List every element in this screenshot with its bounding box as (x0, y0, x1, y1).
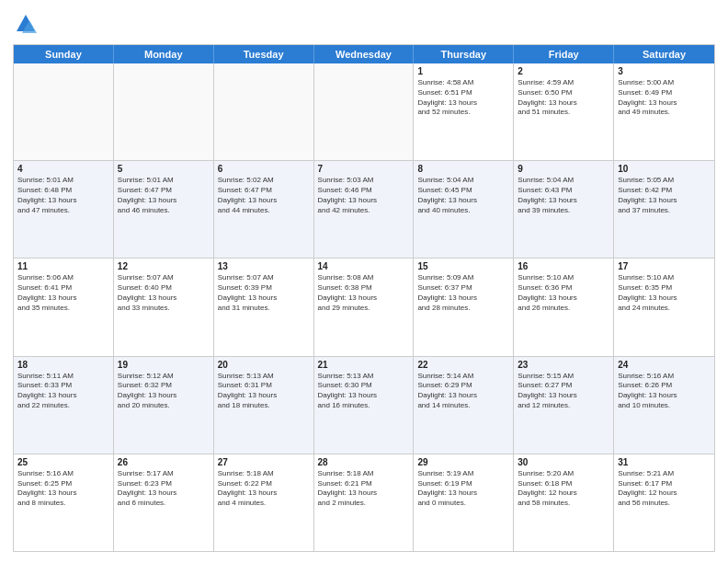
day-number: 27 (218, 457, 310, 467)
logo-icon (13, 11, 39, 37)
header-day-friday: Friday (514, 45, 614, 63)
day-cell-4: 4Sunrise: 5:01 AM Sunset: 6:48 PM Daylig… (14, 161, 114, 258)
day-cell-12: 12Sunrise: 5:07 AM Sunset: 6:40 PM Dayli… (114, 259, 214, 355)
day-number: 5 (118, 164, 210, 174)
day-cell-25: 25Sunrise: 5:16 AM Sunset: 6:25 PM Dayli… (14, 454, 114, 551)
day-cell-7: 7Sunrise: 5:03 AM Sunset: 6:46 PM Daylig… (314, 161, 415, 258)
day-info: Sunrise: 4:58 AM Sunset: 6:51 PM Dayligh… (417, 78, 509, 118)
day-cell-14: 14Sunrise: 5:08 AM Sunset: 6:38 PM Dayli… (314, 259, 415, 355)
day-info: Sunrise: 5:08 AM Sunset: 6:38 PM Dayligh… (318, 273, 410, 313)
calendar-header: SundayMondayTuesdayWednesdayThursdayFrid… (14, 45, 714, 63)
calendar-row-0: 1Sunrise: 4:58 AM Sunset: 6:51 PM Daylig… (14, 63, 714, 161)
day-number: 8 (417, 164, 509, 174)
day-cell-24: 24Sunrise: 5:16 AM Sunset: 6:26 PM Dayli… (614, 357, 714, 454)
day-info: Sunrise: 5:13 AM Sunset: 6:30 PM Dayligh… (318, 372, 410, 411)
day-number: 15 (417, 261, 509, 271)
day-info: Sunrise: 5:10 AM Sunset: 6:35 PM Dayligh… (618, 273, 711, 313)
day-cell-18: 18Sunrise: 5:11 AM Sunset: 6:33 PM Dayli… (14, 357, 114, 454)
day-info: Sunrise: 5:07 AM Sunset: 6:39 PM Dayligh… (218, 273, 310, 313)
header-day-saturday: Saturday (614, 45, 714, 63)
day-cell-3: 3Sunrise: 5:00 AM Sunset: 6:49 PM Daylig… (614, 63, 714, 160)
day-number: 19 (118, 360, 210, 370)
day-info: Sunrise: 5:16 AM Sunset: 6:26 PM Dayligh… (618, 372, 711, 411)
day-info: Sunrise: 5:10 AM Sunset: 6:36 PM Dayligh… (518, 273, 609, 313)
day-info: Sunrise: 5:12 AM Sunset: 6:32 PM Dayligh… (118, 372, 210, 411)
day-cell-10: 10Sunrise: 5:05 AM Sunset: 6:42 PM Dayli… (614, 161, 714, 258)
day-cell-21: 21Sunrise: 5:13 AM Sunset: 6:30 PM Dayli… (314, 357, 415, 454)
day-number: 12 (118, 261, 210, 271)
day-number: 29 (417, 457, 509, 467)
day-cell-2: 2Sunrise: 4:59 AM Sunset: 6:50 PM Daylig… (514, 63, 614, 160)
day-number: 1 (417, 66, 509, 76)
day-number: 14 (318, 261, 410, 271)
empty-cell (314, 63, 415, 160)
logo (13, 11, 42, 37)
day-number: 22 (417, 360, 509, 370)
day-number: 17 (618, 261, 711, 271)
calendar-row-3: 18Sunrise: 5:11 AM Sunset: 6:33 PM Dayli… (14, 357, 714, 454)
day-cell-28: 28Sunrise: 5:18 AM Sunset: 6:21 PM Dayli… (314, 454, 415, 551)
day-cell-22: 22Sunrise: 5:14 AM Sunset: 6:29 PM Dayli… (414, 357, 514, 454)
day-info: Sunrise: 5:04 AM Sunset: 6:43 PM Dayligh… (518, 176, 609, 215)
day-cell-8: 8Sunrise: 5:04 AM Sunset: 6:45 PM Daylig… (414, 161, 514, 258)
day-info: Sunrise: 5:07 AM Sunset: 6:40 PM Dayligh… (118, 273, 210, 313)
header-day-wednesday: Wednesday (314, 45, 415, 63)
day-info: Sunrise: 5:02 AM Sunset: 6:47 PM Dayligh… (218, 176, 310, 215)
day-info: Sunrise: 5:05 AM Sunset: 6:42 PM Dayligh… (618, 176, 711, 215)
header-day-thursday: Thursday (414, 45, 514, 63)
day-info: Sunrise: 5:04 AM Sunset: 6:45 PM Dayligh… (417, 176, 509, 215)
day-info: Sunrise: 5:09 AM Sunset: 6:37 PM Dayligh… (417, 273, 509, 313)
day-cell-27: 27Sunrise: 5:18 AM Sunset: 6:22 PM Dayli… (214, 454, 314, 551)
day-number: 20 (218, 360, 310, 370)
day-cell-13: 13Sunrise: 5:07 AM Sunset: 6:39 PM Dayli… (214, 259, 314, 355)
day-info: Sunrise: 5:06 AM Sunset: 6:41 PM Dayligh… (17, 273, 109, 313)
day-info: Sunrise: 4:59 AM Sunset: 6:50 PM Dayligh… (518, 78, 609, 118)
header-day-monday: Monday (114, 45, 214, 63)
day-number: 16 (518, 261, 609, 271)
day-cell-15: 15Sunrise: 5:09 AM Sunset: 6:37 PM Dayli… (414, 259, 514, 355)
day-info: Sunrise: 5:20 AM Sunset: 6:18 PM Dayligh… (518, 469, 609, 509)
day-number: 31 (618, 457, 711, 467)
day-info: Sunrise: 5:01 AM Sunset: 6:47 PM Dayligh… (118, 176, 210, 215)
header-day-sunday: Sunday (14, 45, 114, 63)
day-number: 9 (518, 164, 609, 174)
day-number: 25 (17, 457, 109, 467)
day-info: Sunrise: 5:01 AM Sunset: 6:48 PM Dayligh… (17, 176, 109, 215)
day-number: 24 (618, 360, 711, 370)
calendar-row-1: 4Sunrise: 5:01 AM Sunset: 6:48 PM Daylig… (14, 161, 714, 259)
day-number: 21 (318, 360, 410, 370)
day-cell-17: 17Sunrise: 5:10 AM Sunset: 6:35 PM Dayli… (614, 259, 714, 355)
day-number: 13 (218, 261, 310, 271)
day-number: 6 (218, 164, 310, 174)
day-cell-6: 6Sunrise: 5:02 AM Sunset: 6:47 PM Daylig… (214, 161, 314, 258)
day-info: Sunrise: 5:13 AM Sunset: 6:31 PM Dayligh… (218, 372, 310, 411)
day-info: Sunrise: 5:14 AM Sunset: 6:29 PM Dayligh… (417, 372, 509, 411)
page: SundayMondayTuesdayWednesdayThursdayFrid… (0, 0, 728, 563)
day-number: 28 (318, 457, 410, 467)
calendar-body: 1Sunrise: 4:58 AM Sunset: 6:51 PM Daylig… (14, 63, 714, 551)
header (13, 11, 715, 37)
calendar-row-4: 25Sunrise: 5:16 AM Sunset: 6:25 PM Dayli… (14, 454, 714, 551)
empty-cell (14, 63, 114, 160)
day-number: 18 (17, 360, 109, 370)
day-info: Sunrise: 5:11 AM Sunset: 6:33 PM Dayligh… (17, 372, 109, 411)
header-day-tuesday: Tuesday (214, 45, 314, 63)
calendar-row-2: 11Sunrise: 5:06 AM Sunset: 6:41 PM Dayli… (14, 259, 714, 356)
day-number: 30 (518, 457, 609, 467)
day-cell-1: 1Sunrise: 4:58 AM Sunset: 6:51 PM Daylig… (414, 63, 514, 160)
day-info: Sunrise: 5:03 AM Sunset: 6:46 PM Dayligh… (318, 176, 410, 215)
day-info: Sunrise: 5:19 AM Sunset: 6:19 PM Dayligh… (417, 469, 509, 509)
day-cell-23: 23Sunrise: 5:15 AM Sunset: 6:27 PM Dayli… (514, 357, 614, 454)
day-cell-30: 30Sunrise: 5:20 AM Sunset: 6:18 PM Dayli… (514, 454, 614, 551)
day-cell-26: 26Sunrise: 5:17 AM Sunset: 6:23 PM Dayli… (114, 454, 214, 551)
day-number: 10 (618, 164, 711, 174)
day-number: 2 (518, 66, 609, 76)
day-info: Sunrise: 5:00 AM Sunset: 6:49 PM Dayligh… (618, 78, 711, 118)
day-cell-16: 16Sunrise: 5:10 AM Sunset: 6:36 PM Dayli… (514, 259, 614, 355)
day-info: Sunrise: 5:18 AM Sunset: 6:22 PM Dayligh… (218, 469, 310, 509)
day-number: 7 (318, 164, 410, 174)
day-cell-20: 20Sunrise: 5:13 AM Sunset: 6:31 PM Dayli… (214, 357, 314, 454)
day-number: 3 (618, 66, 711, 76)
empty-cell (214, 63, 314, 160)
day-number: 11 (17, 261, 109, 271)
